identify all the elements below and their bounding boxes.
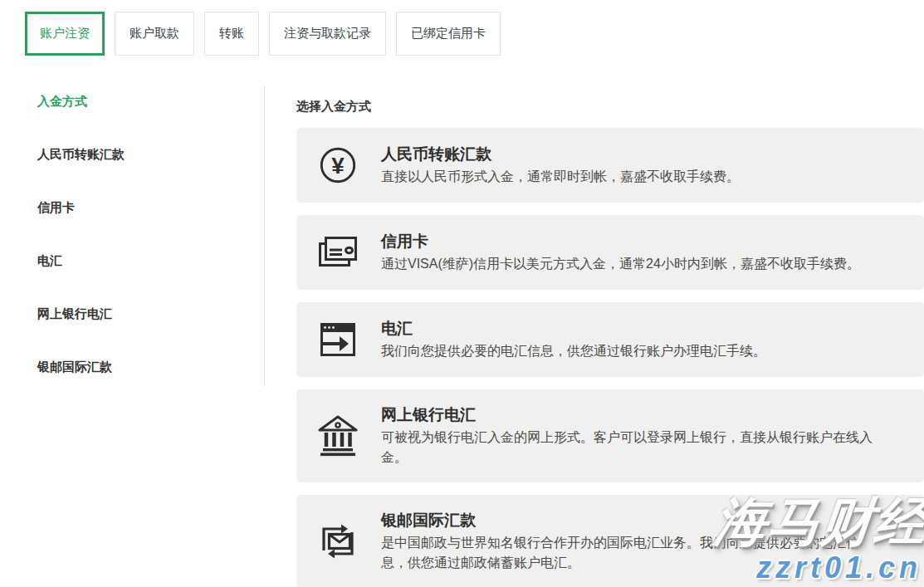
method-description: 通过VISA(维萨)信用卡以美元方式入金，通常24小时内到帐，嘉盛不收取手续费。 [381,254,884,274]
deposit-sidebar: 入金方式 人民币转账汇款 信用卡 电汇 网上银行电汇 银邮国际汇款 [37,94,245,413]
method-title: 电汇 [381,318,907,340]
sidebar-item-online-banking-wire[interactable]: 网上银行电汇 [37,306,245,321]
method-description: 是中国邮政与世界知名银行合作开办的国际电汇业务。我们向您提供必要的电汇信息，供您… [381,533,884,573]
tab-label: 转账 [219,26,244,42]
sidebar-item-wire-transfer[interactable]: 电汇 [37,253,245,268]
method-description: 可被视为银行电汇入金的网上形式。客户可以登录网上银行，直接从银行账户在线入金。 [381,428,884,467]
sidebar-divider [264,86,265,386]
yuan-circle-icon: ¥ [316,143,359,188]
method-card-wire-transfer[interactable]: 电汇 我们向您提供必要的电汇信息，供您通过银行账户办理电汇手续。 [296,302,924,377]
sidebar-item-credit-card[interactable]: 信用卡 [37,200,245,215]
method-card-rmb-transfer[interactable]: ¥ 人民币转账汇款 直接以人民币形式入金，通常即时到帐，嘉盛不收取手续费。 [296,128,924,203]
method-title: 人民币转账汇款 [381,144,907,165]
sidebar-item-deposit-methods[interactable]: 入金方式 [37,94,245,109]
method-title: 银邮国际汇款 [381,510,907,531]
method-description: 直接以人民币形式入金，通常即时到帐，嘉盛不收取手续费。 [381,167,884,187]
tab-label: 账户注资 [40,26,90,42]
sidebar-item-bank-postal-remittance[interactable]: 银邮国际汇款 [37,360,245,374]
browser-arrow-icon [316,317,359,362]
deposit-methods-panel: 选择入金方式 ¥ 人民币转账汇款 直接以人民币形式入金，通常即时到帐，嘉盛不收取… [296,99,924,587]
method-card-online-banking-wire[interactable]: 网上银行电汇 可被视为银行电汇入金的网上形式。客户可以登录网上银行，直接从银行账… [296,389,924,482]
mail-loop-icon [316,519,359,564]
method-title: 网上银行电汇 [381,404,907,426]
tab-account-funding[interactable]: 账户注资 [25,12,105,56]
credit-card-icon [316,230,359,275]
bank-icon [316,413,359,458]
choose-deposit-method-heading: 选择入金方式 [296,99,924,115]
svg-text:¥: ¥ [331,153,345,179]
tab-label: 已绑定信用卡 [411,26,486,42]
tab-label: 账户取款 [130,26,179,42]
method-description: 我们向您提供必要的电汇信息，供您通过银行账户办理电汇手续。 [381,341,884,361]
funding-tab-bar: 账户注资 账户取款 转账 注资与取款记录 已绑定信用卡 [25,12,501,56]
method-card-bank-postal-remittance[interactable]: 银邮国际汇款 是中国邮政与世界知名银行合作开办的国际电汇业务。我们向您提供必要的… [296,495,924,587]
tab-account-withdrawal[interactable]: 账户取款 [115,12,194,56]
tab-bound-credit-cards[interactable]: 已绑定信用卡 [396,12,501,56]
tab-label: 注资与取款记录 [284,26,371,42]
tab-funding-withdrawal-records[interactable]: 注资与取款记录 [269,12,386,56]
sidebar-item-rmb-transfer[interactable]: 人民币转账汇款 [37,147,245,162]
tab-transfer[interactable]: 转账 [204,12,259,56]
method-card-credit-card[interactable]: 信用卡 通过VISA(维萨)信用卡以美元方式入金，通常24小时内到帐，嘉盛不收取… [296,215,924,290]
method-title: 信用卡 [381,231,907,252]
